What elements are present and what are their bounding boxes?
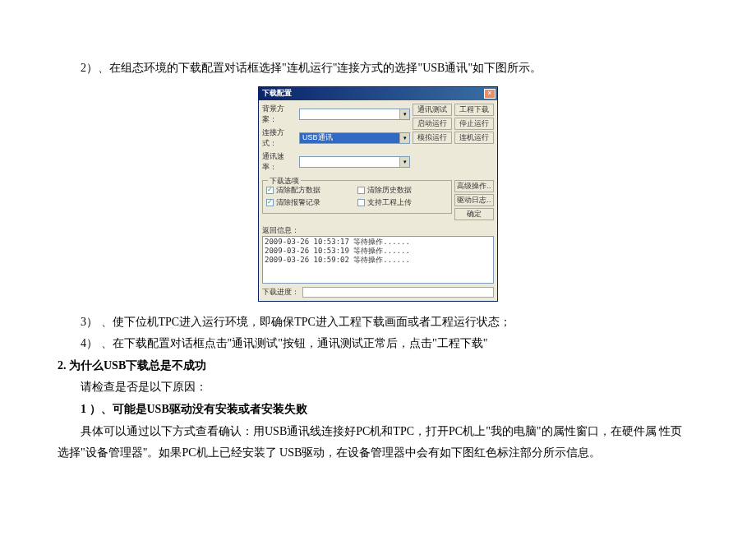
progress-bar xyxy=(302,287,494,298)
log-line: 2009-03-26 10:59:02 等待操作...... xyxy=(265,256,491,265)
advanced-button[interactable]: 高级操作.. xyxy=(454,180,494,192)
baud-select[interactable]: ▾ xyxy=(299,156,410,168)
download-options-title: 下载选项 xyxy=(268,176,301,187)
paragraph-check: 请检查是否是以下原因： xyxy=(58,377,698,399)
support-upload-label: 支持工程上传 xyxy=(367,197,412,208)
paragraph-step2: 2）、在组态环境的下载配置对话框选择"连机运行"连接方式的选择"USB通讯"如下… xyxy=(58,58,698,80)
start-sim-button[interactable]: 启动运行 xyxy=(413,118,452,130)
clear-alarm-check[interactable]: ✓ 清除报警记录 xyxy=(266,197,357,208)
bg-scheme-select[interactable]: ▾ xyxy=(299,109,410,120)
heading-q2: 2. 为什么USB下载总是不成功 xyxy=(58,355,698,377)
chevron-down-icon: ▾ xyxy=(399,109,409,119)
dialog-title: 下载配置 xyxy=(262,88,292,99)
chevron-down-icon: ▾ xyxy=(399,157,409,167)
proj-download-button[interactable]: 工程下载 xyxy=(454,104,494,116)
titlebar: 下载配置 × xyxy=(259,87,497,100)
paragraph-step4: 4） 、在下载配置对话框点击"通讯测试"按钮，通讯测试正常后，点击"工程下载" xyxy=(58,333,698,355)
conn-type-select[interactable]: USB通讯 ▾ xyxy=(299,132,410,144)
checkbox-icon xyxy=(357,187,365,194)
bg-scheme-label: 背景方案： xyxy=(262,104,297,125)
log-line: 2009-03-26 10:53:17 等待操作...... xyxy=(265,238,491,247)
log-line: 2009-03-26 10:53:19 等待操作...... xyxy=(265,247,491,256)
dialog-figure: 下载配置 × 背景方案： ▾ 连接方式： xyxy=(58,86,698,302)
ok-button[interactable]: 确定 xyxy=(454,208,494,220)
chevron-down-icon: ▾ xyxy=(399,133,409,143)
comm-test-button[interactable]: 通讯测试 xyxy=(413,104,452,116)
document-page: 2）、在组态环境的下载配置对话框选择"连机运行"连接方式的选择"USB通讯"如下… xyxy=(0,0,756,481)
baud-label: 通讯速率： xyxy=(262,151,297,173)
log-textarea[interactable]: 2009-03-26 10:53:17 等待操作...... 2009-03-2… xyxy=(262,236,494,284)
sim-run-button[interactable]: 模拟运行 xyxy=(413,132,452,144)
download-options-frame: 下载选项 ✓ 清除配方数据 清除历史数据 ✓ xyxy=(262,180,452,214)
heading-cause1: 1 ）、可能是USB驱动没有安装或者安装失败 xyxy=(58,399,698,421)
return-info-label: 返回信息： xyxy=(262,226,299,234)
driver-log-button[interactable]: 驱动日志.. xyxy=(454,194,494,206)
dialog-body: 背景方案： ▾ 连接方式： USB通讯 ▾ xyxy=(259,100,497,301)
clear-hist-check[interactable]: 清除历史数据 xyxy=(357,185,449,196)
checkbox-icon: ✓ xyxy=(266,199,274,206)
clear-hist-label: 清除历史数据 xyxy=(367,185,412,196)
checkbox-icon: ✓ xyxy=(266,187,274,194)
clear-alarm-label: 清除报警记录 xyxy=(276,197,320,208)
paragraph-detail2: 选择"设备管理器"。如果PC机上已经安装了 USB驱动，在设备管理器中会有如下图… xyxy=(58,442,698,464)
checkbox-icon xyxy=(357,199,365,206)
paragraph-detail1: 具体可以通过以下方式查看确认：用USB通讯线连接好PC机和TPC，打开PC机上"… xyxy=(58,421,698,443)
close-icon[interactable]: × xyxy=(484,89,496,99)
online-run-button[interactable]: 连机运行 xyxy=(454,132,494,144)
stop-run-button[interactable]: 停止运行 xyxy=(454,118,494,130)
conn-type-value: USB通讯 xyxy=(302,132,333,143)
download-progress-label: 下载进度： xyxy=(262,287,299,298)
download-config-dialog: 下载配置 × 背景方案： ▾ 连接方式： xyxy=(258,86,498,302)
support-upload-check[interactable]: 支持工程上传 xyxy=(357,197,449,208)
conn-type-label: 连接方式： xyxy=(262,127,297,149)
paragraph-step3: 3） 、使下位机TPC进入运行环境，即确保TPC进入工程下载画面或者工程运行状态… xyxy=(58,312,698,334)
